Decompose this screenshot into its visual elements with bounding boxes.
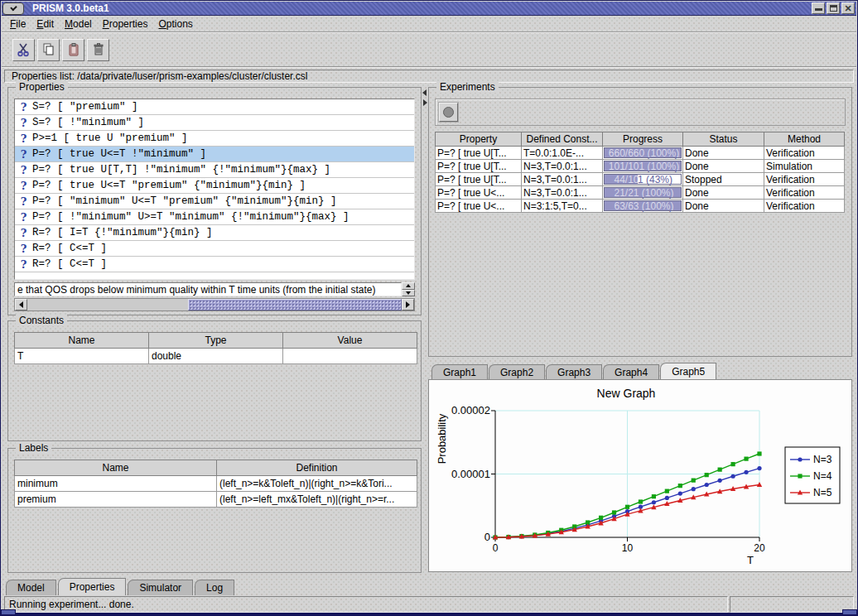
menu-options[interactable]: Options [157,17,194,31]
property-item[interactable]: ?P=? [ true U<=T "premium" {"minimum"}{m… [15,178,414,194]
cell: P=? [ true U[T... [436,147,522,160]
progress-text-inner: 63/63 (100%) [605,201,681,210]
labels-row[interactable]: minimum(left_n>=k&Toleft_n)|(right_n>=k&… [15,476,417,492]
properties-horizontal-scrollbar[interactable] [14,298,415,311]
menu-file[interactable]: File [8,17,27,31]
cell: Done [683,147,764,160]
column-header[interactable]: Progress [603,132,683,147]
property-text: P=? [ true U<=T "premium" {"minimum"}{mi… [32,180,306,191]
property-item[interactable]: ?S=? [ !"minimum" ] [15,115,414,131]
maximize-button[interactable] [827,2,840,14]
tab-graph1[interactable]: Graph1 [431,364,488,379]
status-extra [730,596,854,613]
tab-graph2[interactable]: Graph2 [489,364,545,379]
tab-graph3[interactable]: Graph3 [546,364,602,379]
column-header[interactable]: Method [764,132,845,147]
tab-properties[interactable]: Properties [58,578,127,595]
scroll-left-button[interactable] [15,299,27,310]
scrollbar-thumb[interactable] [188,299,402,310]
split-divider[interactable] [422,87,428,572]
labels-table: NameDefinitionminimum(left_n>=k&Toleft_n… [14,460,417,508]
property-item[interactable]: ?R=? [ I=T {!"minimum"}{min} ] [15,225,414,241]
cut-button[interactable] [12,39,35,61]
delete-icon [91,42,106,57]
menu-edit[interactable]: Edit [35,17,55,31]
collapse-right-icon[interactable] [423,99,427,106]
scroll-down-button[interactable] [402,290,415,297]
cell: minimum [15,476,217,492]
title-bar[interactable]: PRISM 3.0.beta1 ✕ [2,2,856,16]
experiment-row[interactable]: P=? [ true U[T...N=3,T=0.0:1...101/101 (… [436,160,845,173]
property-item[interactable]: ?R=? [ C<=T ] [15,241,414,257]
cell: T [15,349,149,364]
delete-button[interactable] [87,39,109,61]
stop-experiment-button[interactable] [439,103,458,122]
constants-row[interactable]: Tdouble [15,349,417,364]
separator [2,66,856,68]
property-question-icon: ? [15,164,32,176]
menu-bar: FileEditModelPropertiesOptions [2,16,856,32]
tab-simulator[interactable]: Simulator [128,580,193,595]
column-header[interactable]: Definition [217,460,417,476]
tab-graph4[interactable]: Graph4 [603,364,659,379]
property-comment-field[interactable]: e that QOS drops below minimum quality w… [14,282,402,296]
properties-panel-title: Properties [16,81,68,93]
property-item[interactable]: ?P=? [ true U[T,T] !"minimum" {!"minimum… [15,162,414,178]
scroll-right-button[interactable] [402,299,414,310]
experiment-row[interactable]: P=? [ true U<...N=3,T=0.0:1...21/21 (100… [436,186,845,200]
progress-cell: 21/21 (100%)21/21 (100%) [603,186,683,200]
property-question-icon: ? [15,117,32,129]
progress-bar: 21/21 (100%)21/21 (100%) [604,187,682,198]
properties-list[interactable]: ?S=? [ "premium" ]?S=? [ !"minimum" ]?P>… [14,99,415,280]
main-tab-bar: ModelPropertiesSimulatorLog [6,578,236,595]
column-header[interactable]: Name [15,333,149,349]
tab-graph5[interactable]: Graph5 [660,363,716,379]
progress-bar: 101/101 (100%)101/101 (100%) [604,161,682,171]
cell: Simulation [764,160,845,173]
property-item[interactable]: ?R=? [ C<=T ] [15,257,414,272]
minimize-icon [815,8,822,11]
scrollbar-track[interactable] [27,299,402,310]
menu-properties[interactable]: Properties [101,17,150,31]
chart: New Graph0102000.000010.00002TProbabilit… [429,380,851,571]
column-header[interactable]: Type [149,333,283,349]
column-header[interactable]: Property [436,132,522,147]
property-item[interactable]: ?S=? [ "premium" ] [15,99,414,115]
scroll-up-button[interactable] [402,282,415,290]
progress-fill: 101/101 (100%) [605,161,681,171]
tab-model[interactable]: Model [6,580,56,595]
labels-row[interactable]: premium(left_n>=left_mx&Toleft_n)|(right… [15,492,417,508]
copy-button[interactable] [37,39,60,61]
column-header[interactable]: Defined Const... [522,132,603,147]
cell: (left_n>=k&Toleft_n)|(right_n>=k&Tori... [217,476,417,492]
cell: P=? [ true U[T... [436,173,522,186]
menu-model[interactable]: Model [63,17,94,31]
experiment-row[interactable]: P=? [ true U[T...N=3,T=0.0:1...44/101 (4… [436,173,845,186]
close-button[interactable]: ✕ [841,2,855,14]
column-header[interactable]: Name [15,460,217,476]
experiment-row[interactable]: P=? [ true U<...N=3:1:5,T=0...63/63 (100… [436,200,845,213]
progress-text-inner: 44/101 (43%) [605,175,638,184]
svg-text:Probability: Probability [436,413,448,464]
svg-text:N=3: N=3 [813,454,832,465]
constants-panel-title: Constants [16,315,67,326]
property-item[interactable]: ?P=? [ "minimum" U<=T "premium" {"minimu… [15,194,414,209]
window-menu-button[interactable] [2,2,24,15]
column-header[interactable]: Value [283,333,417,349]
property-item[interactable]: ?P=? [ !"minimum" U>=T "minimum" {!"mini… [15,209,414,225]
constants-panel: Constants NameTypeValueTdouble [7,320,422,441]
progress-fill: 63/63 (100%) [605,201,681,210]
minimize-button[interactable] [812,2,825,14]
property-item[interactable]: ?P>=1 [ true U "premium" ] [15,131,414,147]
collapse-left-icon[interactable] [422,89,427,96]
status-message: Running experiment... done. [4,596,728,613]
experiment-row[interactable]: P=? [ true U[T...T=0.0:1.0E-...660/660 (… [436,147,845,160]
tab-log[interactable]: Log [195,580,234,595]
paste-button[interactable] [62,39,84,61]
progress-cell: 660/660 (100%)660/660 (100%) [603,147,683,160]
constants-table: NameTypeValueTdouble [14,332,417,364]
svg-text:0: 0 [484,531,490,543]
cell: Verification [764,173,845,186]
column-header[interactable]: Status [683,132,764,147]
property-item[interactable]: ?P=? [ true U<=T !"minimum" ] [15,147,414,162]
